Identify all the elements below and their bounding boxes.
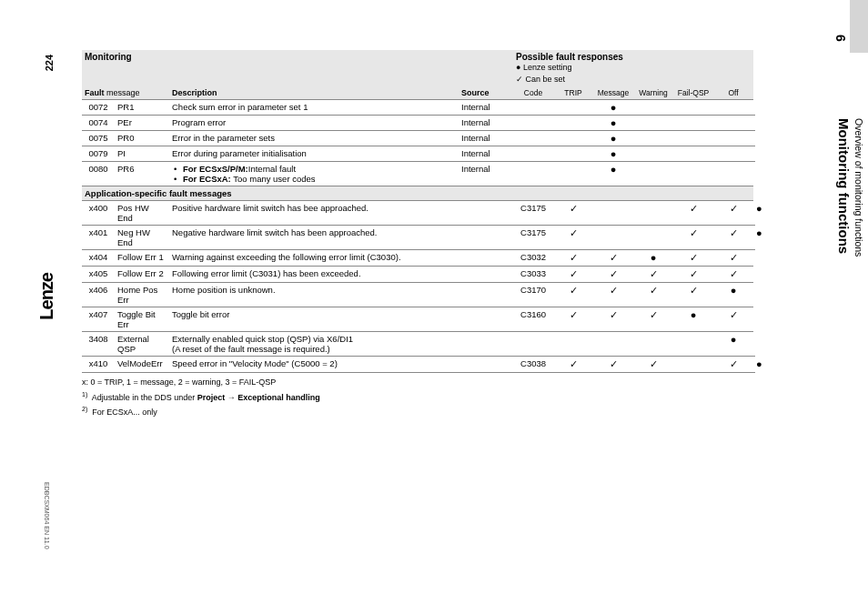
table-row: 0079PIError during parameter initialisat… (82, 146, 755, 162)
table-row: x407Toggle Bit ErrToggle bit errorC3160✓… (82, 307, 755, 332)
footnote-2: 2) For ECSxA... only (82, 405, 755, 419)
col-description: Description (169, 86, 459, 100)
table-row: 0072PR1Check sum error in parameter set … (82, 100, 755, 116)
section-header: Application-specific fault messages (82, 186, 753, 201)
col-code: Code (513, 86, 553, 100)
content-area: Monitoring Possible fault responses ● Le… (82, 50, 755, 420)
table-row: 0074PErProgram errorInternal● (82, 116, 755, 131)
hdr-monitoring: Monitoring (82, 50, 513, 86)
col-trip: TRIP (553, 86, 593, 100)
col-source: Source (459, 86, 513, 100)
table-row: x406Home Pos ErrHome position is unknown… (82, 283, 755, 307)
chapter-tab (850, 0, 868, 53)
monitoring-table: Monitoring Possible fault responses ● Le… (82, 50, 755, 373)
table-row: 3408 External QSP Externally enabled qui… (82, 332, 755, 357)
table-row: x400Pos HW EndPositive hardware limit sw… (82, 201, 755, 226)
chapter-subtitle: Overview of monitoring functions (853, 118, 864, 257)
chapter-number: 9 (833, 35, 848, 42)
footnotes: x: 0 = TRIP, 1 = message, 2 = warning, 3… (82, 377, 755, 419)
table-row: x404Follow Err 1Warning against exceedin… (82, 250, 755, 267)
page-number: 224 (44, 55, 55, 71)
col-warning: Warning (633, 86, 673, 100)
footnote-x: x: 0 = TRIP, 1 = message, 2 = warning, 3… (82, 377, 755, 389)
brand-logo: Lenze (36, 273, 57, 320)
table-row: x410 VelModeErr Speed error in "Velocity… (82, 357, 755, 373)
table-row: x405Follow Err 2Following error limit (C… (82, 267, 755, 283)
doc-id: EDBCSXM064 EN 11.0 (44, 482, 50, 549)
table-row: 0080 PR6 For ECSxS/P/M:Internal fault Fo… (82, 162, 755, 186)
table-row: x401Neg HW EndNegative hardware limit sw… (82, 226, 755, 250)
table-row: 0075PR0Error in the parameter setsIntern… (82, 131, 755, 146)
footnote-1: 1) Adjustable in the DDS under Project →… (82, 390, 755, 405)
col-message: Message (593, 86, 633, 100)
col-failqsp: Fail-QSP (673, 86, 713, 100)
chapter-title: Monitoring functions (836, 118, 852, 254)
hdr-responses: Possible fault responses ● Lenze setting… (513, 50, 753, 86)
col-fault: Fault message (82, 86, 169, 100)
col-off: Off (713, 86, 753, 100)
